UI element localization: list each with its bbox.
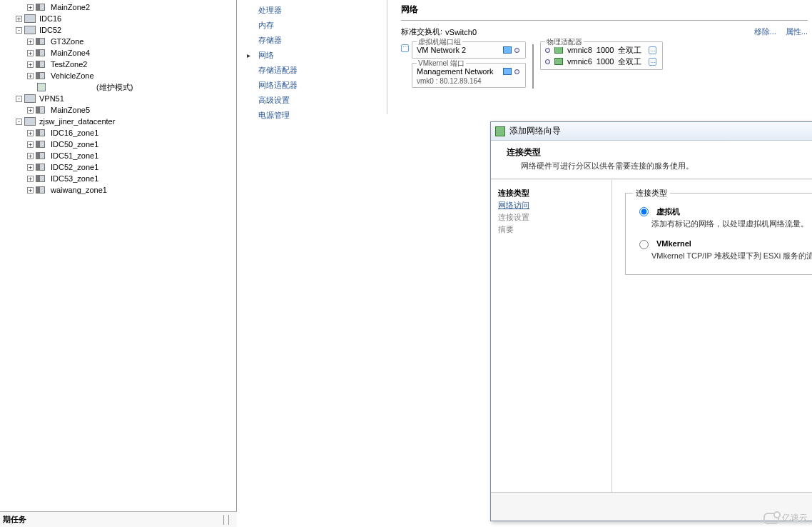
wizard-step: 摘要 [498,224,604,236]
wizard-titlebar[interactable]: 添加网络向导 — ▭ ✕ [491,122,812,141]
tree-item[interactable]: +IDC51_zone1 [27,150,236,161]
cluster-icon [36,186,47,194]
tree-item-suffix: (维护模式) [95,81,134,93]
link-properties[interactable]: 属性... [786,27,808,36]
portgroup-icon [503,46,512,54]
vswitch-diagram: 虚拟机端口组 VM Network 2 VMkernel 端口 Manageme… [401,41,808,91]
cluster-icon [36,163,47,171]
collapse-icon[interactable]: - [16,119,22,125]
cluster-icon [36,151,47,160]
config-nav-item[interactable]: 内存 [244,18,394,33]
config-nav-item[interactable]: 存储适配器 [244,63,394,78]
wizard-title: 添加网络向导 [509,125,561,137]
cluster-icon [36,60,47,69]
wizard-step: 连接类型 [498,187,604,199]
vswitch-name: vSwitch0 [445,28,477,36]
wizard-subheading: 网络硬件可进行分区以供各需要连接的服务使用。 [521,161,812,171]
info-icon[interactable] [401,44,409,52]
portgroup-icon [503,68,512,75]
cluster-icon [36,140,47,149]
expand-icon[interactable]: + [27,130,34,136]
expand-icon[interactable]: + [27,50,34,56]
vmkernel-port-box[interactable]: VMkernel 端口 Management Network vmk0 : 80… [412,63,526,88]
cluster-icon [36,71,47,80]
tree-item-label: IDC50_zone1 [49,139,100,150]
tree-item-label: GT3Zone [49,36,85,47]
config-nav-item[interactable]: 存储器 [244,33,394,48]
nic-speed: 1000 [597,44,614,56]
wizard-header: 连接类型 网络硬件可进行分区以供各需要连接的服务使用。 [491,141,812,179]
physical-adapters-header: 物理适配器 [545,37,584,47]
tree-item[interactable]: +IDC52_zone1 [27,161,236,173]
group-legend: 连接类型 [633,188,670,199]
config-nav-item[interactable]: 高级设置 [244,93,394,108]
cluster-icon [36,49,47,57]
tree-item[interactable]: -VPN51 [16,93,236,104]
datacenter-icon [24,14,36,23]
network-panel-title: 网络 [401,2,808,21]
collapse-icon[interactable]: - [16,27,22,34]
tree-item[interactable]: -IDC52 [16,24,236,36]
tree-item[interactable]: +waiwang_zone1 [27,184,236,196]
tree-item-label: IDC16 [38,13,63,24]
expand-icon[interactable]: + [27,141,34,148]
expand-icon[interactable]: + [27,187,34,194]
tree-item-label: MainZone5 [49,104,91,116]
tree-item-label: IDC53_zone1 [49,173,100,184]
tree-item[interactable]: (维护模式) [27,81,236,93]
physical-adapters-box: 物理适配器 vmnic8 1000 全双工 vmnic6 [540,41,663,70]
expand-icon[interactable]: + [27,39,34,45]
expand-icon[interactable]: + [27,61,34,68]
config-nav-item[interactable]: 处理器 [244,3,394,18]
nic-speed: 1000 [597,56,614,67]
collapse-icon[interactable]: - [16,96,22,102]
tree-item-label: IDC51_zone1 [49,150,100,161]
radio-vmkernel[interactable] [639,240,649,249]
tree-item[interactable]: +MainZone5 [27,104,236,116]
inventory-tree[interactable]: +MainZone2+IDC16-IDC52+GT3Zone+MainZone4… [0,0,236,196]
config-nav-item[interactable]: 网络适配器 [244,78,394,93]
expand-icon[interactable]: + [27,4,34,11]
wizard-footer: ≤上一步 下一步 ≥ [491,492,812,521]
tree-item-label: waiwang_zone1 [49,184,108,196]
wizard-step[interactable]: 网络访问 [498,199,604,211]
tree-item[interactable]: -zjsw_jiner_datacenter [16,116,236,127]
expand-icon[interactable]: + [16,16,22,22]
expand-icon[interactable]: + [27,164,34,171]
content-pane: 处理器内存存储器网络存储适配器网络适配器高级设置电源管理 网络 标准交换机: v… [237,0,812,527]
expand-icon[interactable]: + [27,153,34,159]
tree-item[interactable]: +MainZone4 [27,47,236,59]
nic-row[interactable]: vmnic6 1000 全双工 [545,56,656,67]
wizard-content: 连接类型 虚拟机 添加有标记的网络，以处理虚拟机网络流量。 VMkernel V… [612,180,812,492]
config-nav: 处理器内存存储器网络存储适配器网络适配器高级设置电源管理 [244,0,394,126]
connection-type-group: 连接类型 虚拟机 添加有标记的网络，以处理虚拟机网络流量。 VMkernel V… [625,193,812,275]
tree-item[interactable]: +VehicleZone [27,70,236,81]
wizard-icon [495,126,505,136]
tree-item-label: VehicleZone [49,70,96,81]
info-icon[interactable] [649,58,656,66]
expand-icon[interactable]: + [27,107,34,114]
radio-virtual-machine[interactable] [639,207,649,216]
vswitch-label: 标准交换机: [401,26,442,37]
tree-item[interactable]: +IDC16 [16,13,236,24]
config-nav-item[interactable]: 网络 [244,48,394,63]
expand-icon[interactable]: + [27,176,34,182]
tree-item[interactable]: +MainZone2 [27,1,236,13]
radio-vmkernel-desc: VMkernel TCP/IP 堆栈处理下列 ESXi 服务的流量: vSphe… [651,251,812,261]
config-nav-item[interactable]: 电源管理 [244,108,394,123]
tree-item-label: MainZone2 [49,1,91,13]
tree-item[interactable]: +GT3Zone [27,36,236,47]
radio-vm-label: 虚拟机 [656,206,680,217]
vm-portgroup-box[interactable]: 虚拟机端口组 VM Network 2 [412,41,526,59]
tree-item[interactable]: +IDC53_zone1 [27,173,236,184]
link-remove[interactable]: 移除... [754,27,776,36]
tree-item[interactable]: +IDC16_zone1 [27,127,236,139]
expand-icon[interactable]: + [27,73,34,79]
tree-item[interactable]: +IDC50_zone1 [27,139,236,150]
info-icon[interactable] [649,46,656,54]
tree-item[interactable]: +TestZone2 [27,59,236,70]
nic-duplex: 全双工 [618,44,641,56]
cluster-icon [36,3,47,11]
host-icon [36,83,47,91]
nic-name: vmnic6 [567,56,592,67]
